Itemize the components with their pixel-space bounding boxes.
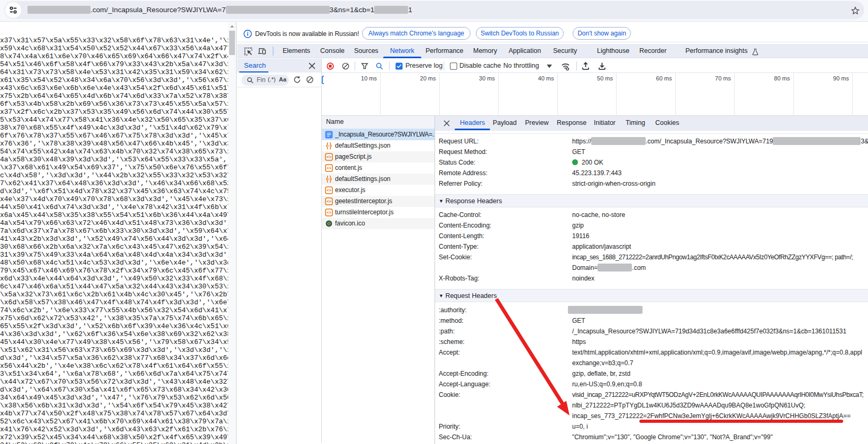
svg-text:<>: <> — [327, 155, 331, 159]
svg-text:<>: <> — [327, 188, 331, 193]
svg-text:<>: <> — [327, 199, 331, 204]
svg-text:<>: <> — [327, 166, 331, 170]
svg-text:<>: <> — [327, 210, 331, 215]
